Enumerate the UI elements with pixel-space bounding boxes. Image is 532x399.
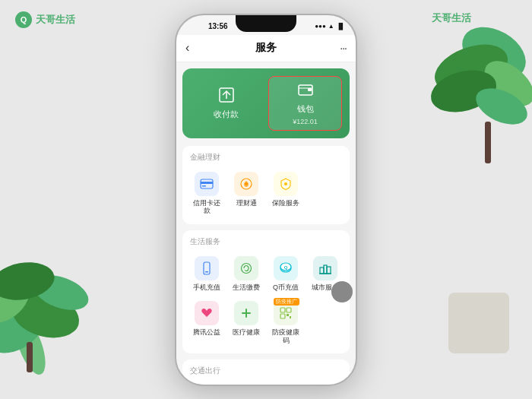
svg-text:Q: Q (284, 265, 288, 270)
svg-rect-12 (485, 122, 491, 163)
receive-payment-item[interactable]: 收付款 (190, 76, 262, 131)
q-coin-label: Q币充值 (273, 283, 299, 292)
finance-grid: 信用卡还款 理财通 (188, 169, 344, 219)
life-payment-label: 生活缴费 (233, 283, 260, 292)
decorative-box (448, 293, 509, 353)
insurance-label: 保险服务 (272, 199, 299, 207)
app-logo: Q 天哥生活 (15, 11, 75, 28)
right-plant-decoration (418, 15, 532, 167)
wallet-label: 钱包 (297, 103, 314, 115)
top-right-label: 天哥生活 (432, 11, 471, 25)
nav-bar: ‹ 服务 ··· (176, 35, 356, 62)
wallet-amount: ¥122.01 (293, 118, 318, 125)
svg-rect-20 (202, 185, 206, 187)
medical-health-label: 医疗健康 (233, 328, 260, 337)
overseas-travel-item[interactable]: 海淘出行 (268, 382, 304, 384)
svg-rect-36 (280, 308, 285, 312)
life-payment-item[interactable]: 生活缴费 (228, 253, 264, 295)
receive-payment-label: 收付款 (214, 109, 239, 120)
signal-icon: ●●● (315, 23, 326, 30)
svg-rect-19 (201, 182, 213, 184)
life-services-section: 生活服务 手机充值 (182, 230, 350, 353)
logo-icon: Q (15, 11, 32, 28)
q-coin-item[interactable]: Q Q币充值 (268, 253, 304, 295)
wifi-icon: ▲ (328, 23, 334, 30)
medical-health-icon (234, 301, 258, 325)
transport-title: 交通出行 (188, 366, 344, 376)
insurance-icon (274, 172, 298, 196)
logo-text: 天哥生活 (36, 13, 75, 27)
wealth-management-icon (234, 172, 258, 196)
svg-point-22 (245, 182, 248, 185)
svg-rect-35 (242, 312, 251, 314)
content-area: 收付款 钱包 ¥122.01 金融理财 (176, 62, 356, 385)
svg-rect-25 (205, 271, 208, 273)
life-services-title: 生活服务 (188, 236, 344, 247)
credit-card-label: 信用卡还款 (190, 199, 223, 216)
health-code-badge: 防疫推广 (274, 298, 299, 306)
svg-rect-30 (320, 268, 324, 274)
wealth-management-item[interactable]: 理财通 (228, 169, 264, 219)
status-time: 13:56 (208, 22, 228, 30)
transport-section: 交通出行 出行服务 (182, 359, 350, 384)
wallet-icon (297, 81, 314, 100)
q-coin-icon: Q (274, 256, 298, 280)
health-code-label: 防疫健康码 (269, 328, 302, 345)
tencent-charity-icon (195, 301, 219, 325)
wealth-management-label: 理财通 (236, 199, 257, 207)
drag-handle[interactable] (331, 281, 353, 302)
health-code-item[interactable]: 防疫健康码 防疫推广 (268, 298, 304, 348)
phone-recharge-item[interactable]: 手机充值 (188, 253, 225, 295)
svg-rect-31 (324, 265, 327, 274)
travel-service-item[interactable]: 出行服务 (188, 382, 225, 384)
transport-grid: 出行服务 火车票 (188, 382, 344, 384)
train-ticket-item[interactable]: 火车票机票 (228, 382, 264, 384)
svg-rect-6 (27, 342, 33, 372)
svg-rect-16 (308, 88, 312, 91)
svg-rect-24 (204, 262, 210, 274)
insurance-item[interactable]: 保险服务 (268, 169, 304, 219)
phone-notch (236, 15, 296, 32)
phone-screen: 13:56 ●●● ▲ ▐▌ ‹ 服务 ··· (176, 15, 356, 385)
wallet-item[interactable]: 钱包 ¥122.01 (268, 76, 342, 131)
status-icons: ●●● ▲ ▐▌ (315, 23, 345, 30)
credit-card-icon (195, 172, 219, 196)
life-services-grid: 手机充值 生活缴费 (188, 253, 344, 347)
phone-recharge-icon (195, 256, 219, 280)
finance-title: 金融理财 (188, 152, 344, 163)
phone-frame: 13:56 ●●● ▲ ▐▌ ‹ 服务 ··· (175, 14, 357, 386)
phone-recharge-label: 手机充值 (193, 283, 220, 292)
more-button[interactable]: ··· (340, 42, 347, 54)
medical-health-item[interactable]: 医疗健康 (228, 298, 264, 348)
hotel-item[interactable]: 酒店 (307, 382, 344, 384)
back-button[interactable]: ‹ (185, 41, 189, 55)
tencent-charity-item[interactable]: 腾讯公益 (188, 298, 225, 348)
life-payment-icon (234, 256, 258, 280)
receive-payment-icon (218, 87, 235, 106)
battery-icon: ▐▌ (337, 23, 345, 30)
finance-section: 金融理财 信用卡还款 (182, 146, 350, 225)
svg-point-23 (284, 182, 287, 185)
city-services-icon (313, 256, 337, 280)
left-plant-decoration (0, 209, 122, 376)
payment-card: 收付款 钱包 ¥122.01 (182, 68, 350, 138)
page-title: 服务 (255, 41, 277, 55)
svg-rect-38 (280, 314, 285, 318)
tencent-charity-label: 腾讯公益 (193, 328, 220, 337)
svg-rect-40 (290, 316, 291, 318)
svg-rect-32 (327, 267, 331, 274)
svg-rect-39 (287, 314, 289, 316)
svg-rect-37 (287, 308, 291, 312)
credit-card-item[interactable]: 信用卡还款 (188, 169, 225, 219)
